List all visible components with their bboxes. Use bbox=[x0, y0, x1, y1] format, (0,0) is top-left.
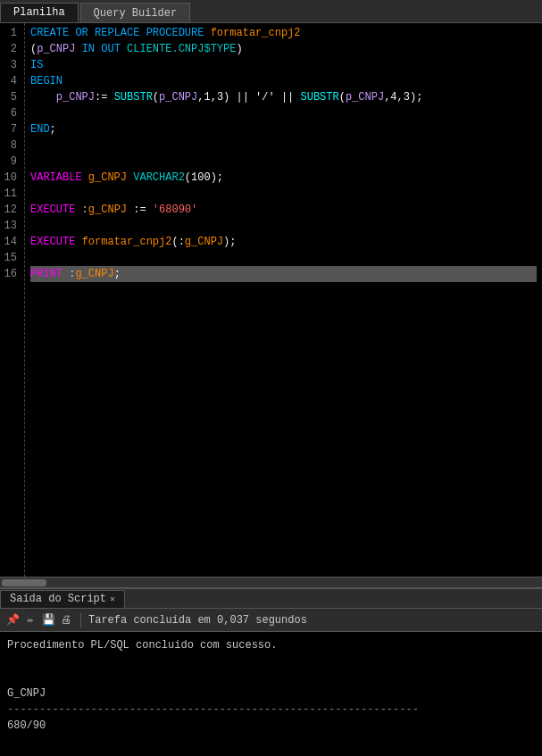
code-line: IS bbox=[30, 57, 537, 73]
output-tab-label: Saída do Script bbox=[10, 593, 106, 605]
code-editor[interactable]: 12345678910111213141516 CREATE OR REPLAC… bbox=[0, 23, 542, 577]
pin-icon[interactable]: 📌 bbox=[5, 613, 20, 627]
output-panel: Saída do Script ✕ 📌 ✏️ 💾 🖨 Tarefa conclu… bbox=[0, 587, 542, 756]
line-number: 16 bbox=[4, 266, 21, 282]
output-toolbar: 📌 ✏️ 💾 🖨 Tarefa concluída em 0,037 segun… bbox=[0, 609, 542, 632]
code-line bbox=[30, 186, 537, 202]
tab-planilha[interactable]: Planilha bbox=[0, 3, 79, 22]
toolbar-status: Tarefa concluída em 0,037 segundos bbox=[88, 614, 307, 627]
code-line bbox=[30, 105, 537, 121]
output-tab-script[interactable]: Saída do Script ✕ bbox=[0, 590, 125, 608]
code-line: VARIABLE g_CNPJ VARCHAR2(100); bbox=[30, 170, 537, 186]
save-icon[interactable]: 💾 bbox=[41, 613, 55, 627]
line-number: 6 bbox=[4, 105, 21, 121]
output-line: Procedimento PL/SQL concluído com sucess… bbox=[7, 637, 535, 653]
output-line: G_CNPJ bbox=[7, 685, 535, 702]
tab-query-builder[interactable]: Query Builder bbox=[80, 3, 191, 22]
output-line bbox=[7, 653, 535, 669]
output-line: 680/90 bbox=[7, 718, 535, 734]
code-content: CREATE OR REPLACE PROCEDURE formatar_cnp… bbox=[25, 23, 542, 577]
code-lines: 12345678910111213141516 CREATE OR REPLAC… bbox=[0, 23, 542, 577]
line-number: 7 bbox=[4, 121, 21, 137]
horizontal-scrollbar[interactable] bbox=[0, 577, 542, 587]
line-number: 14 bbox=[4, 234, 21, 250]
output-tab-bar: Saída do Script ✕ bbox=[0, 589, 542, 609]
line-number: 1 bbox=[4, 25, 21, 41]
code-line: EXECUTE :g_CNPJ := '68090' bbox=[30, 202, 537, 218]
tab-query-builder-label: Query Builder bbox=[94, 7, 178, 20]
output-line bbox=[7, 669, 535, 685]
line-number: 2 bbox=[4, 41, 21, 57]
code-line bbox=[30, 154, 537, 170]
line-number: 12 bbox=[4, 202, 21, 218]
line-number: 10 bbox=[4, 170, 21, 186]
close-output-tab-icon[interactable]: ✕ bbox=[110, 594, 115, 604]
line-number: 13 bbox=[4, 218, 21, 234]
output-content: Procedimento PL/SQL concluído com sucess… bbox=[0, 632, 542, 756]
line-number: 8 bbox=[4, 137, 21, 154]
code-line: END; bbox=[30, 121, 537, 137]
code-line: BEGIN bbox=[30, 73, 537, 89]
line-number: 5 bbox=[4, 89, 21, 105]
code-line: PRINT :g_CNPJ; bbox=[30, 266, 537, 282]
line-numbers: 12345678910111213141516 bbox=[0, 23, 25, 577]
line-number: 9 bbox=[4, 154, 21, 170]
code-line: p_CNPJ:= SUBSTR(p_CNPJ,1,3) || '/' || SU… bbox=[30, 89, 537, 105]
scrollbar-thumb[interactable] bbox=[2, 579, 46, 586]
tab-bar: Planilha Query Builder bbox=[0, 0, 542, 23]
line-number: 3 bbox=[4, 57, 21, 73]
print-icon[interactable]: 🖨 bbox=[59, 613, 73, 627]
toolbar-separator bbox=[80, 613, 81, 627]
tab-planilha-label: Planilha bbox=[13, 6, 65, 19]
line-number: 4 bbox=[4, 73, 21, 89]
line-number: 15 bbox=[4, 250, 21, 266]
code-line bbox=[30, 137, 537, 154]
code-line: CREATE OR REPLACE PROCEDURE formatar_cnp… bbox=[30, 25, 537, 41]
line-number: 11 bbox=[4, 186, 21, 202]
output-divider-line: ----------------------------------------… bbox=[7, 702, 535, 718]
eraser-icon[interactable]: ✏️ bbox=[23, 613, 38, 627]
code-line: EXECUTE formatar_cnpj2(:g_CNPJ); bbox=[30, 234, 537, 250]
code-line bbox=[30, 218, 537, 234]
code-line: (p_CNPJ IN OUT CLIENTE.CNPJ$TYPE) bbox=[30, 41, 537, 57]
code-line bbox=[30, 250, 537, 266]
